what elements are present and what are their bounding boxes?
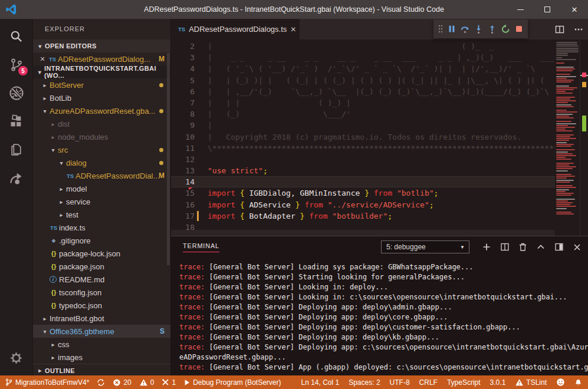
- tree-item-tsconfig-json[interactable]: {}tsconfig.json: [33, 286, 170, 299]
- indentation[interactable]: Spaces: 2: [349, 378, 380, 387]
- pause-button[interactable]: [447, 24, 456, 34]
- restart-button[interactable]: [501, 24, 511, 34]
- close-panel-button[interactable]: [573, 243, 581, 251]
- drag-handle-icon[interactable]: [438, 24, 444, 34]
- code-line-6: 6| | ,__/'(_) `\__,_) `\__ |(_) (_) (_)`…: [171, 86, 555, 97]
- step-over-button[interactable]: [460, 24, 470, 34]
- outline-section-header[interactable]: ▸ OUTLINE: [33, 364, 170, 375]
- close-button[interactable]: ✕: [561, 0, 588, 19]
- maximize-panel-button[interactable]: [537, 243, 545, 251]
- debug-activity-button[interactable]: [0, 79, 32, 107]
- line-number[interactable]: 9: [171, 120, 195, 131]
- settings-gear-button[interactable]: [0, 344, 32, 372]
- extensions-activity-button[interactable]: [0, 107, 32, 136]
- new-terminal-button[interactable]: [482, 243, 491, 251]
- tree-item-azureadpasswordreset-gba-[interactable]: ▾AzureADPasswordReset.gba...: [33, 104, 170, 117]
- tree-item-test[interactable]: ▸test: [33, 208, 170, 221]
- error-count[interactable]: 20: [113, 378, 131, 387]
- split-editor-button[interactable]: [555, 25, 564, 34]
- terminal-output[interactable]: trace: [General Bot Server] Loading sys …: [171, 258, 588, 375]
- encoding[interactable]: UTF-8: [390, 378, 410, 387]
- tree-item-intranetbot-gbot[interactable]: ▸IntranetBot.gbot: [33, 312, 170, 325]
- terminal-select[interactable]: 5: debuggee ▼: [381, 240, 469, 253]
- eol[interactable]: CRLF: [419, 378, 438, 387]
- line-number[interactable]: 8: [171, 108, 195, 120]
- tslint-status[interactable]: TSLint: [515, 378, 547, 387]
- line-number[interactable]: 12: [171, 154, 195, 165]
- pages-icon: [9, 143, 24, 157]
- tree-item--gitignore[interactable]: ◆.gitignore: [33, 234, 170, 247]
- close-editor-icon[interactable]: ✕: [38, 55, 47, 63]
- open-editors-section-header[interactable]: ▾ OPEN EDITORS: [33, 39, 170, 52]
- language-mode[interactable]: TypeScript: [447, 378, 481, 387]
- sidebar-scrollbar[interactable]: [167, 53, 170, 265]
- line-number[interactable]: 14: [171, 176, 195, 187]
- line-number[interactable]: 4: [171, 63, 195, 74]
- sync-status[interactable]: [97, 378, 105, 387]
- overview-ruler[interactable]: [580, 39, 588, 236]
- modified-badge: M: [159, 55, 165, 63]
- trace-label: trace:: [179, 273, 205, 281]
- ts-version[interactable]: 3.0.1: [490, 378, 506, 387]
- tree-item-src[interactable]: ▾src: [33, 143, 170, 156]
- trace-label: trace:: [179, 313, 205, 321]
- tab-close-icon[interactable]: ✕: [290, 25, 296, 34]
- line-number[interactable]: 13: [171, 165, 195, 176]
- minimap-line: [556, 97, 575, 98]
- line-number[interactable]: 3: [171, 52, 195, 63]
- tree-item-package-lock-json[interactable]: {}package-lock.json: [33, 247, 170, 260]
- workspace-section-header[interactable]: ▾ INTRANETBOTQUICKSTART.GBAI (WO...: [33, 65, 170, 78]
- step-out-button[interactable]: [487, 24, 497, 34]
- line-number[interactable]: 10: [171, 131, 195, 143]
- tree-item-package-json[interactable]: {}package.json: [33, 260, 170, 273]
- tree-item-index-ts[interactable]: TSindex.ts: [33, 221, 170, 234]
- code-editor[interactable]: 2| ( )_ _3| _ _ _ __ _ _ __ _ _ __ ___ _…: [171, 39, 588, 236]
- tree-item-service[interactable]: ▸service: [33, 195, 170, 208]
- tree-item-dist[interactable]: ▸dist: [33, 117, 170, 130]
- git-branch-status[interactable]: MigrationToBotFmwV4*: [5, 378, 89, 387]
- open-editor-item[interactable]: ✕ TS ADResetPasswordDialog... M: [33, 52, 170, 65]
- tree-item-office365-gbtheme[interactable]: ▾Office365.gbthemeS: [33, 325, 170, 338]
- tools-count[interactable]: 1: [162, 378, 176, 387]
- feedback-smiley[interactable]: [556, 378, 565, 387]
- minimap[interactable]: [555, 39, 580, 236]
- share-activity-button[interactable]: [0, 164, 32, 192]
- horizontal-scrollbar[interactable]: [171, 230, 555, 236]
- source-control-activity-button[interactable]: 5: [0, 51, 32, 79]
- debug-launch[interactable]: Debug Program (BotServer): [183, 378, 281, 387]
- stop-button[interactable]: [514, 24, 524, 34]
- tree-item-node-modules[interactable]: ▸node_modules: [33, 130, 170, 143]
- tree-item-botlib[interactable]: ▸BotLib: [33, 91, 170, 104]
- kill-terminal-button[interactable]: [519, 243, 527, 251]
- cursor-position[interactable]: Ln 14, Col 1: [301, 378, 339, 387]
- search-activity-button[interactable]: [0, 22, 32, 51]
- toggle-panel-position-button[interactable]: [555, 243, 563, 251]
- line-number[interactable]: 6: [171, 86, 195, 97]
- tree-item-adresetpassworddial-[interactable]: TSADResetPasswordDial...M: [33, 169, 170, 182]
- step-into-button[interactable]: [474, 24, 484, 34]
- tab-terminal[interactable]: TERMINAL: [183, 242, 219, 252]
- tree-item-readme-md[interactable]: iREADME.md: [33, 273, 170, 286]
- tree-item-images[interactable]: ▸images: [33, 351, 170, 364]
- line-number[interactable]: 11: [171, 143, 195, 154]
- minimap-line: [556, 53, 568, 54]
- minimize-button[interactable]: [507, 0, 534, 19]
- docs-activity-button[interactable]: [0, 136, 32, 164]
- line-number[interactable]: 16: [171, 199, 195, 210]
- notifications-bell[interactable]: [574, 378, 582, 387]
- tree-item-dialog[interactable]: ▾dialog: [33, 156, 170, 169]
- line-number[interactable]: 7: [171, 97, 195, 108]
- split-terminal-button[interactable]: [501, 243, 509, 251]
- warning-count[interactable]: 0: [139, 378, 155, 387]
- line-number[interactable]: 2: [171, 41, 195, 52]
- tree-item-model[interactable]: ▸model: [33, 182, 170, 195]
- maximize-button[interactable]: [534, 0, 561, 19]
- line-number[interactable]: 17: [171, 210, 195, 222]
- tree-item-typedoc-json[interactable]: {}typedoc.json: [33, 299, 170, 312]
- more-actions-button[interactable]: [574, 25, 583, 34]
- line-number[interactable]: 5: [171, 75, 195, 86]
- tab-adresetpassworddialogs[interactable]: TS ADResetPasswordDialogs.ts ✕: [171, 19, 300, 39]
- tree-item-botserver[interactable]: ▸BotServer: [33, 78, 170, 91]
- tree-item-css[interactable]: ▸css: [33, 338, 170, 351]
- minimap-line: [556, 104, 571, 106]
